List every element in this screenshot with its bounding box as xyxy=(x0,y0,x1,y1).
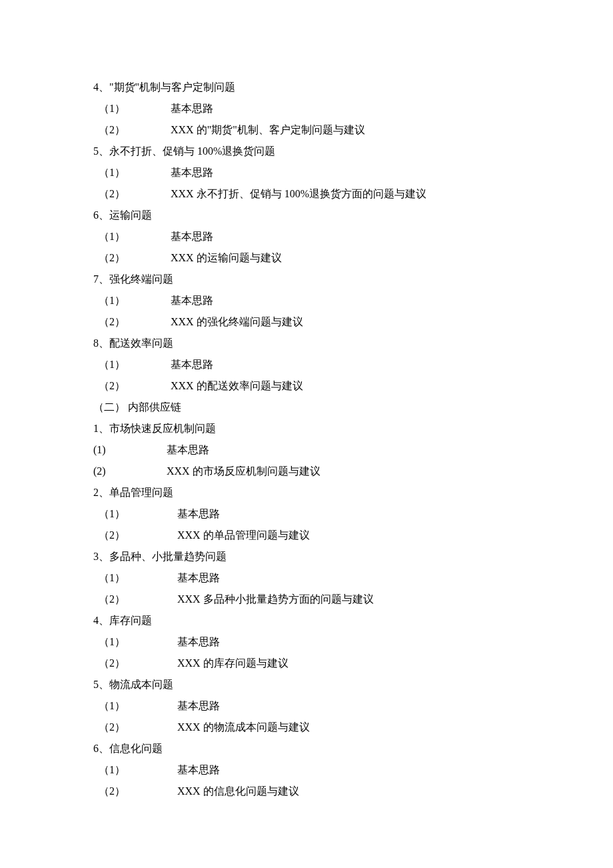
subitem-text: 基本思路 xyxy=(171,98,213,119)
item-heading: 8、配送效率问题 xyxy=(93,333,173,354)
subitem-label: （2） xyxy=(93,589,177,610)
subitem-label: （1） xyxy=(93,759,177,781)
subitem-text: XXX 的库存问题与建议 xyxy=(177,653,289,674)
subitem-label: （2） xyxy=(93,781,177,802)
document-line: （2）XXX 的强化终端问题与建议 xyxy=(93,311,520,333)
item-heading: 5、永不打折、促销与 100%退换货问题 xyxy=(93,141,275,162)
subitem-text: 基本思路 xyxy=(171,226,213,247)
subitem-text: 基本思路 xyxy=(177,759,220,781)
document-line: （2）XXX 多品种小批量趋势方面的问题与建议 xyxy=(93,589,520,610)
document-line: （1）基本思路 xyxy=(93,631,520,653)
document-line: 3、多品种、小批量趋势问题 xyxy=(93,546,520,567)
document-line: （2）XXX 的"期货"机制、客户定制问题与建议 xyxy=(93,119,520,141)
subitem-text: XXX 多品种小批量趋势方面的问题与建议 xyxy=(177,589,374,610)
subitem-label: （1） xyxy=(93,631,177,653)
document-line: （1）基本思路 xyxy=(93,290,520,311)
item-heading: 4、"期货"机制与客户定制问题 xyxy=(93,77,235,98)
document-line: （2）XXX 的配送效率问题与建议 xyxy=(93,375,520,397)
item-heading: 3、多品种、小批量趋势问题 xyxy=(93,546,227,567)
document-line: （1）基本思路 xyxy=(93,98,520,119)
document-line: （2）XXX 的物流成本问题与建议 xyxy=(93,717,520,738)
item-heading: 6、信息化问题 xyxy=(93,738,163,759)
subitem-label: （2） xyxy=(93,717,177,738)
document-line: 4、库存问题 xyxy=(93,610,520,631)
document-line: (2)XXX 的市场反应机制问题与建议 xyxy=(93,461,520,482)
subitem-label: （1） xyxy=(93,354,171,375)
subitem-text: XXX 的单品管理问题与建议 xyxy=(177,525,310,546)
document-line: （二） 内部供应链 xyxy=(93,397,520,418)
subitem-text: 基本思路 xyxy=(171,162,213,183)
document-line: 5、永不打折、促销与 100%退换货问题 xyxy=(93,141,520,162)
subitem-label: （2） xyxy=(93,653,177,674)
subitem-label: （2） xyxy=(93,119,171,141)
document-line: 5、物流成本问题 xyxy=(93,674,520,695)
document-line: （1）基本思路 xyxy=(93,162,520,183)
subitem-label: （2） xyxy=(93,183,171,205)
document-line: （1）基本思路 xyxy=(93,567,520,589)
subitem-text: XXX 的市场反应机制问题与建议 xyxy=(167,461,320,482)
subitem-label: （1） xyxy=(93,98,171,119)
subitem-text: 基本思路 xyxy=(171,354,213,375)
document-line: （1）基本思路 xyxy=(93,695,520,717)
subitem-text: XXX 永不打折、促销与 100%退换货方面的问题与建议 xyxy=(171,183,426,205)
subitem-label: （2） xyxy=(93,247,171,269)
subitem-text: XXX 的强化终端问题与建议 xyxy=(171,311,303,333)
document-line: （1）基本思路 xyxy=(93,759,520,781)
subitem-label: （2） xyxy=(93,525,177,546)
document-line: （2）XXX 的库存问题与建议 xyxy=(93,653,520,674)
item-heading: 1、市场快速反应机制问题 xyxy=(93,418,216,439)
document-line: 4、"期货"机制与客户定制问题 xyxy=(93,77,520,98)
subitem-text: XXX 的"期货"机制、客户定制问题与建议 xyxy=(171,119,365,141)
subitem-label: （1） xyxy=(93,695,177,717)
subitem-label: （1） xyxy=(93,226,171,247)
section-heading: （二） 内部供应链 xyxy=(93,397,181,418)
item-heading: 6、运输问题 xyxy=(93,205,152,226)
subitem-label: (1) xyxy=(93,439,167,461)
subitem-text: XXX 的运输问题与建议 xyxy=(171,247,282,269)
item-heading: 7、强化终端问题 xyxy=(93,269,173,290)
subitem-label: （1） xyxy=(93,162,171,183)
document-line: (1)基本思路 xyxy=(93,439,520,461)
subitem-text: 基本思路 xyxy=(171,290,213,311)
subitem-text: XXX 的物流成本问题与建议 xyxy=(177,717,310,738)
subitem-text: 基本思路 xyxy=(177,631,220,653)
subitem-text: 基本思路 xyxy=(167,439,209,461)
subitem-label: （1） xyxy=(93,567,177,589)
item-heading: 2、单品管理问题 xyxy=(93,482,173,503)
document-line: （2）XXX 永不打折、促销与 100%退换货方面的问题与建议 xyxy=(93,183,520,205)
subitem-text: 基本思路 xyxy=(177,567,220,589)
item-heading: 4、库存问题 xyxy=(93,610,152,631)
subitem-text: 基本思路 xyxy=(177,695,220,717)
subitem-label: (2) xyxy=(93,461,167,482)
document-line: 2、单品管理问题 xyxy=(93,482,520,503)
document-line: 8、配送效率问题 xyxy=(93,333,520,354)
document-line: 6、信息化问题 xyxy=(93,738,520,759)
subitem-label: （2） xyxy=(93,311,171,333)
document-body: 4、"期货"机制与客户定制问题（1）基本思路（2）XXX 的"期货"机制、客户定… xyxy=(93,77,520,802)
document-line: 7、强化终端问题 xyxy=(93,269,520,290)
document-line: （2）XXX 的运输问题与建议 xyxy=(93,247,520,269)
document-line: （2）XXX 的信息化问题与建议 xyxy=(93,781,520,802)
document-line: 1、市场快速反应机制问题 xyxy=(93,418,520,439)
document-line: （2）XXX 的单品管理问题与建议 xyxy=(93,525,520,546)
subitem-text: XXX 的配送效率问题与建议 xyxy=(171,375,303,397)
subitem-label: （1） xyxy=(93,503,177,525)
subitem-text: 基本思路 xyxy=(177,503,220,525)
subitem-label: （1） xyxy=(93,290,171,311)
document-line: （1）基本思路 xyxy=(93,226,520,247)
document-line: （1）基本思路 xyxy=(93,503,520,525)
subitem-text: XXX 的信息化问题与建议 xyxy=(177,781,299,802)
document-line: 6、运输问题 xyxy=(93,205,520,226)
item-heading: 5、物流成本问题 xyxy=(93,674,173,695)
document-line: （1）基本思路 xyxy=(93,354,520,375)
subitem-label: （2） xyxy=(93,375,171,397)
